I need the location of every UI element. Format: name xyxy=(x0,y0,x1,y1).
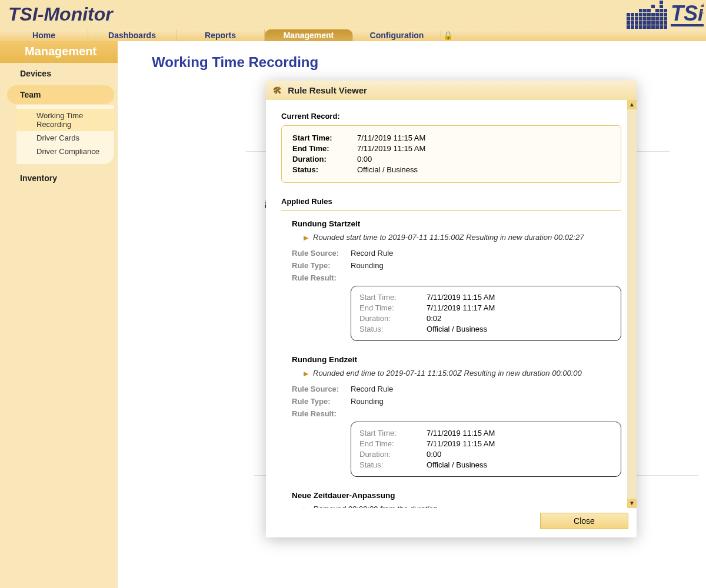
app-logo-text: TSI-Monitor xyxy=(0,0,706,25)
rule-message: Rounded start time to 2019-07-11 11:15:0… xyxy=(304,233,621,242)
lock-icon[interactable]: 🔒 xyxy=(441,29,454,41)
tools-icon: 🛠 xyxy=(273,85,282,95)
dialog-footer: Close xyxy=(266,508,637,537)
close-button[interactable]: Close xyxy=(540,513,628,529)
rule-block: Rundung StartzeitRounded start time to 2… xyxy=(281,219,621,341)
rule-result-dialog: 🛠 Rule Result Viewer ▲ ▼ Current Record:… xyxy=(266,81,637,537)
scroll-down-icon[interactable]: ▼ xyxy=(627,499,637,508)
brand-label: TSi xyxy=(671,3,704,26)
nav-management[interactable]: Management xyxy=(265,29,353,41)
brand-dots-icon xyxy=(627,1,667,29)
expand-icon[interactable]: ⤢ xyxy=(700,1,705,8)
window-corner-controls: ⤢ ⤡ xyxy=(700,1,705,15)
nav-configuration[interactable]: Configuration xyxy=(353,29,441,41)
sidebar-item-team[interactable]: Team xyxy=(7,85,114,104)
current-record-heading: Current Record: xyxy=(281,112,621,121)
rule-name: Rundung Startzeit xyxy=(292,219,621,228)
dialog-scrollbar[interactable]: ▲ ▼ xyxy=(627,100,637,508)
scroll-up-icon[interactable]: ▲ xyxy=(627,100,637,109)
nav-dashboards[interactable]: Dashboards xyxy=(88,29,176,41)
sidebar-subnav: Working Time Recording Driver Cards Driv… xyxy=(16,105,114,164)
sidebar: Management Devices Team Working Time Rec… xyxy=(0,41,118,588)
nav-reports[interactable]: Reports xyxy=(176,29,265,41)
nav-home[interactable]: Home xyxy=(0,29,88,41)
top-nav: Home Dashboards Reports Management Confi… xyxy=(0,29,706,41)
rule-block: Neue Zeitdauer-AnpassungRemoved 00:00:00… xyxy=(281,491,621,508)
sidebar-title: Management xyxy=(0,41,118,63)
sidebar-sub-driver-compliance[interactable]: Driver Compliance xyxy=(16,145,114,158)
current-record-box: Start Time:7/11/2019 11:15 AM End Time:7… xyxy=(281,125,621,183)
rule-separator xyxy=(281,211,621,211)
page-title: Working Time Recording xyxy=(118,41,706,71)
rule-result-box: Start Time:7/11/2019 11:15 AMEnd Time:7/… xyxy=(351,286,621,341)
collapse-icon[interactable]: ⤡ xyxy=(700,9,705,15)
sidebar-item-devices[interactable]: Devices xyxy=(0,63,118,84)
rule-message: Removed 00:00:00 from the duration xyxy=(304,505,621,508)
rule-block: Rundung EndzeitRounded end time to 2019-… xyxy=(281,355,621,477)
rule-message: Rounded end time to 2019-07-11 11:15:00Z… xyxy=(304,369,621,377)
brand-logo: TSi xyxy=(627,0,704,29)
app-header: TSI-Monitor TSi ⤢ ⤡ xyxy=(0,0,706,29)
sidebar-sub-working-time[interactable]: Working Time Recording xyxy=(16,109,114,131)
rule-result-box: Start Time:7/11/2019 11:15 AMEnd Time:7/… xyxy=(351,422,621,477)
dialog-body: ▲ ▼ Current Record: Start Time:7/11/2019… xyxy=(266,100,637,508)
rule-name: Rundung Endzeit xyxy=(292,355,621,364)
dialog-title-bar: 🛠 Rule Result Viewer xyxy=(266,81,637,100)
sidebar-item-inventory[interactable]: Inventory xyxy=(0,168,118,189)
rule-name: Neue Zeitdauer-Anpassung xyxy=(292,491,621,500)
dialog-title: Rule Result Viewer xyxy=(288,85,367,95)
applied-rules-heading: Applied Rules xyxy=(281,197,621,206)
sidebar-sub-driver-cards[interactable]: Driver Cards xyxy=(16,131,114,145)
